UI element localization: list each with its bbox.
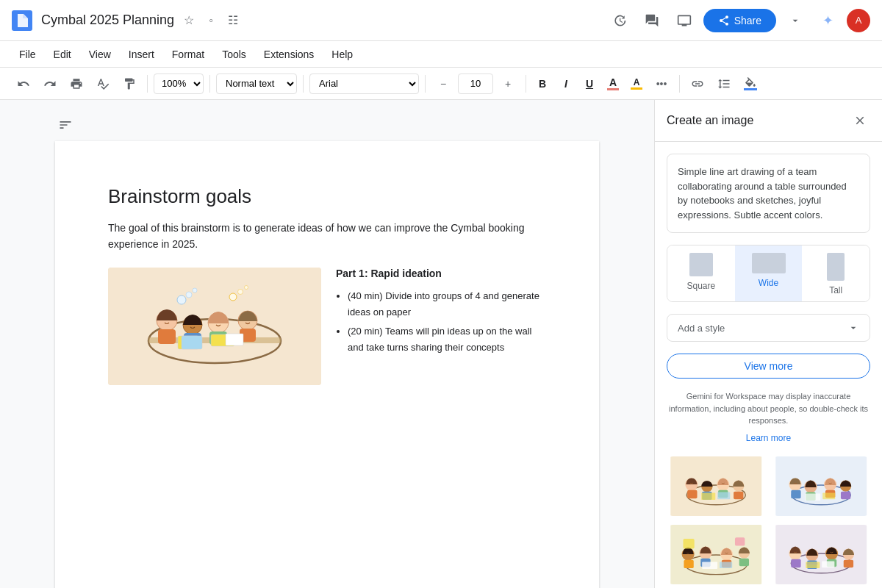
panel-scroll-wrapper: Simple line art drawing of a team collab… [655,142,882,588]
star-button[interactable]: ☆ [180,12,198,29]
dropdown-arrow-icon [847,322,859,334]
side-panel-body: Simple line art drawing of a team collab… [655,142,882,588]
menu-view[interactable]: View [82,46,118,63]
history-button[interactable] [606,7,633,34]
tab-square-label: Square [686,281,715,291]
avatar[interactable]: A [847,9,870,32]
bold-button[interactable]: B [532,74,553,94]
bg-color-button[interactable] [739,72,762,96]
tab-wide-label: Wide [759,278,778,288]
menu-format[interactable]: Format [165,46,212,63]
menu-file[interactable]: File [12,46,43,63]
left-margin-icon[interactable] [55,115,76,135]
style-dropdown[interactable]: Add a style [667,314,870,342]
tab-tall-label: Tall [829,285,842,295]
spellcheck-button[interactable] [91,72,115,96]
title-icons: ☆ ◦ ☷ [180,12,242,29]
title-section: Cymbal 2025 Planning ☆ ◦ ☷ [41,12,598,29]
tab-square[interactable]: Square [667,245,735,301]
menu-insert[interactable]: Insert [121,46,162,63]
underline-button[interactable]: U [579,74,600,94]
svg-rect-68 [843,559,853,567]
tab-wide[interactable]: Wide [735,245,803,301]
text-color-button[interactable]: A [603,74,623,94]
gemini-button[interactable]: ✦ [814,7,841,34]
svg-rect-24 [687,490,697,498]
folder-button[interactable]: ☷ [224,12,242,29]
move-button[interactable]: ◦ [202,12,220,29]
doc-icon [12,10,32,31]
document-image-area: Part 1: Rapid ideation (40 min) Divide i… [108,268,546,385]
print-button[interactable] [65,72,88,96]
present-button[interactable] [671,7,698,34]
generated-image-1[interactable] [667,455,766,517]
document-page: Brainstorm goals The goal of this brains… [55,141,599,588]
generated-image-3[interactable] [667,523,766,586]
prompt-text-box[interactable]: Simple line art drawing of a team collab… [667,154,870,233]
image-1-svg [668,456,764,516]
generated-image-2[interactable] [772,455,871,517]
svg-rect-30 [734,491,743,498]
side-panel: Create an image Simple line art drawing … [654,100,882,588]
learn-more-link[interactable]: Learn more [667,433,870,443]
present-icon [677,13,692,28]
redo-button[interactable] [38,72,62,96]
line-spacing-button[interactable] [712,72,736,96]
svg-rect-43 [805,493,820,501]
insert-link-button[interactable] [686,72,709,96]
bullet-item-1: (40 min) Divide into groups of 4 and gen… [348,288,546,320]
svg-rect-55 [702,562,717,569]
toolbar: 100% 75% 125% 150% Normal text Heading 1… [0,68,882,100]
view-more-button[interactable]: View more [667,354,870,379]
document-paragraph: The goal of this brainstorm is to genera… [108,220,546,253]
menu-help[interactable]: Help [324,46,360,63]
more-format-button[interactable]: ••• [650,72,673,96]
close-panel-button[interactable] [850,110,870,131]
svg-rect-36 [791,490,800,498]
wide-preview [752,253,786,273]
paint-format-button[interactable] [118,72,141,96]
share-options-button[interactable] [782,7,808,34]
divider-4 [425,75,426,93]
square-preview [689,253,713,276]
redo-icon [43,77,57,90]
font-select[interactable]: Arial Times New Roman Roboto [309,74,419,94]
divider-6 [679,75,680,93]
print-icon [70,77,83,90]
team-illustration [108,268,321,385]
svg-rect-31 [701,492,715,500]
comments-button[interactable] [639,7,665,34]
divider-1 [147,75,148,93]
highlight-button[interactable]: A [626,74,647,94]
bullet-item-2: (20 min) Teams will pin ideas up on the … [348,323,546,356]
zoom-select[interactable]: 100% 75% 125% 150% [154,74,204,94]
share-button[interactable]: Share [703,9,776,32]
image-grid [667,455,870,586]
svg-rect-12 [182,336,202,349]
style-dropdown-label: Add a style [678,323,725,334]
style-select[interactable]: Normal text Heading 1 Heading 2 Heading … [216,74,297,94]
menu-edit[interactable]: Edit [46,46,79,63]
page-controls [55,115,599,135]
title-bar: Cymbal 2025 Planning ☆ ◦ ☷ Share [0,0,882,41]
generated-image-4[interactable] [772,523,871,586]
undo-button[interactable] [12,72,35,96]
italic-button[interactable]: I [556,74,576,94]
undo-icon [17,77,30,90]
menu-tools[interactable]: Tools [215,46,254,63]
font-size-input[interactable] [458,74,493,94]
font-size-increase[interactable]: + [496,72,520,96]
svg-rect-44 [822,492,835,499]
disclaimer-text: Gemini for Workspace may display inaccur… [667,390,870,427]
section-title: Part 1: Rapid ideation [336,268,546,279]
svg-point-16 [186,292,192,298]
tab-tall[interactable]: Tall [802,245,870,301]
image-4-svg [773,525,870,584]
document-illustration[interactable] [108,268,321,385]
menu-extensions[interactable]: Extensions [257,46,321,63]
font-size-decrease[interactable]: − [431,72,455,96]
share-icon [718,15,730,26]
svg-rect-58 [735,537,745,545]
svg-rect-62 [791,559,800,567]
side-panel-title: Create an image [667,114,753,127]
